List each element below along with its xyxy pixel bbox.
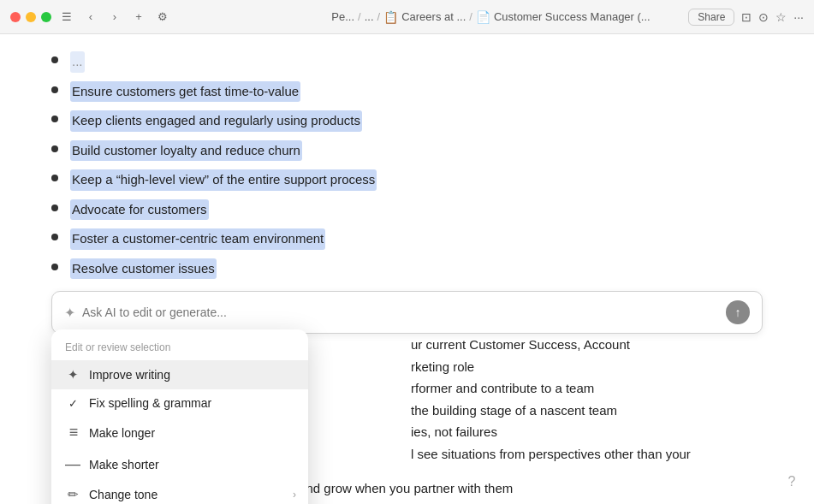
bullet-dot xyxy=(51,234,58,240)
list-item: Foster a customer-centric team environme… xyxy=(51,228,763,250)
right-content: ur current Customer Success, Account rke… xyxy=(411,334,753,465)
titlebar: ☰ ‹ › + ⚙ Pe... / ... / 📋 Careers at ...… xyxy=(0,0,814,34)
ai-send-button[interactable]: ↑ xyxy=(726,300,750,324)
close-button[interactable] xyxy=(10,12,21,22)
make-shorter-label: Make shorter xyxy=(89,458,159,471)
list-item: Advocate for customers xyxy=(51,199,763,221)
bullet-dot xyxy=(51,175,58,181)
breadcrumb-item-3[interactable]: 📋 Careers at ... xyxy=(383,10,466,24)
ai-input[interactable] xyxy=(82,305,719,319)
list-item: Ensure customers get fast time-to-value xyxy=(51,81,763,103)
right-line-3: rformer and contribute to a team xyxy=(411,377,753,400)
breadcrumb-item-2[interactable]: ... xyxy=(365,10,374,23)
right-line-5: ies, not failures xyxy=(411,421,753,443)
improve-writing-label: Improve writing xyxy=(89,368,170,382)
dropdown-item-improve-writing[interactable]: ✦ Improve writing xyxy=(51,360,308,389)
bullet-dot xyxy=(51,264,58,270)
improve-writing-icon: ✦ xyxy=(65,367,80,382)
bullet-text: Keep clients engaged and regularly using… xyxy=(70,110,362,132)
bullet-text: Build customer loyalty and reduce churn xyxy=(70,140,302,162)
make-longer-label: Make longer xyxy=(89,426,155,440)
truncated-top-item: ... xyxy=(51,51,763,73)
make-shorter-icon: — xyxy=(65,455,80,473)
ai-dropdown-menu: Edit or review selection ✦ Improve writi… xyxy=(51,329,308,504)
main-content: ... Ensure customers get fast time-to-va… xyxy=(0,34,814,504)
right-line-2: rketing role xyxy=(411,356,753,378)
bullet-text: Keep a “high-level view” of the entire s… xyxy=(70,169,377,191)
breadcrumb-item-4[interactable]: 📄 Customer Success Manager (... xyxy=(476,10,651,24)
bullet-dot xyxy=(51,56,58,63)
chevron-right-icon: › xyxy=(293,489,296,501)
bullet-text: Foster a customer-centric team environme… xyxy=(70,228,325,250)
list-item: Resolve customer issues xyxy=(51,258,763,280)
more-icon[interactable]: ··· xyxy=(793,10,804,24)
maximize-button[interactable] xyxy=(41,12,51,22)
bullet-dot xyxy=(51,116,58,122)
help-button[interactable]: ? xyxy=(781,471,802,492)
change-tone-icon: ✏ xyxy=(65,487,80,502)
settings-icon[interactable]: ⚙ xyxy=(154,9,171,26)
share-button[interactable]: Share xyxy=(688,9,734,26)
right-line-6: l see situations from perspectives other… xyxy=(411,443,753,465)
list-item: Build customer loyalty and reduce churn xyxy=(51,140,763,162)
bullet-text: Advocate for customers xyxy=(70,199,209,221)
traffic-lights xyxy=(10,12,51,22)
fix-spelling-label: Fix spelling & grammar xyxy=(89,396,211,410)
bullet-dot xyxy=(51,145,58,152)
truncated-text: ... xyxy=(70,51,85,73)
bullet-text: Ensure customers get fast time-to-value xyxy=(70,81,300,103)
back-icon[interactable]: ‹ xyxy=(82,9,99,26)
right-line-4: the building stage of a nascent team xyxy=(411,400,753,422)
collab-icon[interactable]: ⊙ xyxy=(758,10,769,24)
send-icon: ↑ xyxy=(735,305,741,319)
dropdown-item-change-tone[interactable]: ✏ Change tone › xyxy=(51,480,308,504)
add-icon[interactable]: + xyxy=(130,9,147,26)
forward-icon[interactable]: › xyxy=(106,9,123,26)
right-line-1: ur current Customer Success, Account xyxy=(411,334,753,356)
minimize-button[interactable] xyxy=(26,12,36,22)
ai-input-container[interactable]: ✦ ↑ xyxy=(51,291,763,334)
menu-icon[interactable]: ☰ xyxy=(58,9,75,26)
change-tone-label: Change tone xyxy=(89,488,157,501)
view-icon[interactable]: ⊡ xyxy=(741,10,752,24)
titlebar-actions: Share ⊡ ⊙ ☆ ··· xyxy=(688,9,804,26)
bullet-dot xyxy=(51,205,58,211)
list-item: Keep clients engaged and regularly using… xyxy=(51,110,763,132)
dropdown-item-fix-spelling[interactable]: ✓ Fix spelling & grammar xyxy=(51,389,308,417)
star-icon[interactable]: ☆ xyxy=(775,10,787,24)
bullet-dot xyxy=(51,86,58,93)
breadcrumb-item-1[interactable]: Pe... xyxy=(331,10,354,23)
ai-spark-icon: ✦ xyxy=(64,305,75,321)
list-item: Keep a “high-level view” of the entire s… xyxy=(51,169,763,191)
bullet-list: Ensure customers get fast time-to-value … xyxy=(51,81,763,280)
dropdown-item-make-longer[interactable]: ≡ Make longer xyxy=(51,417,308,448)
make-longer-icon: ≡ xyxy=(65,424,80,442)
bullet-text: Resolve customer issues xyxy=(70,258,217,280)
dropdown-item-make-shorter[interactable]: — Make shorter xyxy=(51,448,308,480)
dropdown-header: Edit or review selection xyxy=(51,336,308,360)
fix-spelling-icon: ✓ xyxy=(65,397,80,410)
